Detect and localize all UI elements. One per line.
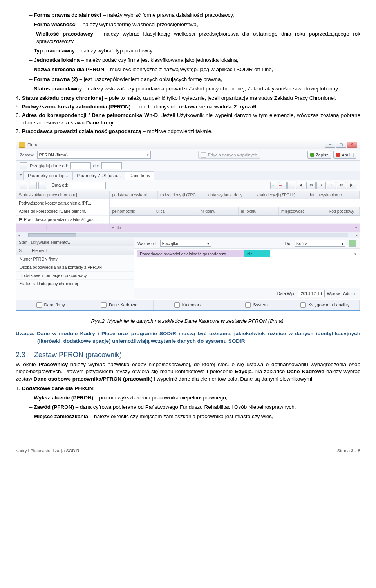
figure-caption: Rys.2 Wypełnienie danych na zakładce Dan… (16, 318, 360, 325)
bullet-forma-prawna: Forma prawna działalności – należy wybra… (29, 12, 360, 19)
uwaga-warning: Uwaga: Dane w module Kadry i Płace oraz … (16, 330, 360, 344)
bullet-list-top: Forma prawna działalności – należy wybra… (16, 12, 360, 92)
col-rodzaj[interactable]: rodzaj decyzji (ZPC... (158, 191, 206, 199)
toolbar-icon-3[interactable] (38, 182, 46, 189)
toolbar-zestaw: Zestaw: PFRON (firma) ▾ Edycja danych ws… (16, 149, 360, 161)
nav-last[interactable]: ▶ (347, 182, 356, 189)
tab-parametry-zus[interactable]: Parametry ZUS (usta... (72, 171, 125, 180)
chevron-down-icon: ▾ (207, 241, 209, 246)
do-dropdown[interactable]: Końca▾ (295, 240, 345, 247)
maximize-button[interactable]: ▢ (336, 142, 346, 148)
tab-scroll-left[interactable]: ▸ (19, 171, 24, 180)
zestaw-dropdown[interactable]: PFRON (firma) ▾ (37, 151, 151, 159)
col-znak[interactable]: znak decyzji (ZPCHr) (254, 191, 306, 199)
check-icon (310, 153, 314, 157)
bullet-forma-wlasnosci: Forma własności – należy wybrać formę wł… (29, 21, 360, 28)
btab-danekadrowe[interactable]: Dane Kadrowe (85, 300, 154, 310)
calendar-icon (174, 302, 180, 308)
col-s[interactable]: S (16, 246, 29, 254)
row-purple-right[interactable]: ▾ nie ▾ (110, 224, 360, 232)
grid-body: Podwyższone koszty zatrudnienia (PF... A… (16, 199, 360, 232)
col-pelnomocnik[interactable]: pełnomocnik (110, 207, 154, 215)
col-nrdomu[interactable]: nr domu (198, 207, 239, 215)
wazneod-dropdown[interactable]: Początku▾ (160, 240, 211, 247)
zapisz-button[interactable]: Zapisz (307, 151, 331, 159)
section-body: W oknie Pracownicy należy wybrać nazwisk… (16, 361, 360, 383)
tool-icon[interactable] (20, 162, 27, 169)
lower-split: Stan - ukrywanie elementów S Element Num… (16, 238, 360, 300)
app-window-firma: Firma ─ ▢ ✕ Zestaw: PFRON (firma) ▾ Edyc… (16, 140, 360, 311)
add-icon[interactable]: ＋ (270, 182, 278, 189)
btab-system[interactable]: System (222, 300, 291, 310)
lower-right-panel: Ważne od: Początku▾ Do: Końca▾ Pracodawc… (134, 238, 360, 300)
col-miejscowosc[interactable]: miejscowość (279, 207, 327, 215)
nav-prev[interactable]: ‹ (316, 182, 326, 189)
chevron-down-icon[interactable]: ▾ (354, 252, 356, 256)
row-purple-left[interactable] (16, 224, 109, 232)
col-datauzy[interactable]: data uzyskania/utr... (306, 191, 360, 199)
left-item-osoba[interactable]: Osoba odpowiedzialna za kontakty z PFRON (16, 263, 134, 272)
nav-next[interactable]: › (327, 182, 336, 189)
row-podwyzszone[interactable]: Podwyższone koszty zatrudnienia (PF... (16, 199, 109, 207)
highlight-label: Pracodawca prowadzi działalność gospodar… (137, 250, 244, 257)
col-ulica[interactable]: ulica (154, 207, 198, 215)
bottom-tabs: Dane firmy Dane Kadrowe Kalendarz System… (16, 300, 360, 310)
scrollbar-horizontal[interactable]: ◂ ▸ (16, 232, 360, 238)
date-from-input[interactable] (70, 162, 91, 169)
col-element[interactable]: Element (29, 246, 134, 254)
row-pracodawca[interactable]: ⊟Pracodawca prowadzi działalność gos... (16, 216, 109, 224)
item-5: 5.Podwyższone koszty zatrudnienia (PFRON… (16, 103, 360, 110)
nav-prevfast[interactable]: ≪ (306, 182, 316, 189)
bullet-zawod: Zawód (PFRON) – dana cyfrowa pobierana o… (29, 404, 360, 411)
chevron-down-icon: ▾ (112, 225, 114, 230)
wprow-label: Wprow: (327, 291, 341, 296)
btab-danefirmy[interactable]: Dane firmy (16, 300, 85, 310)
col-datawyd[interactable]: data wydania decy... (206, 191, 254, 199)
toolbar-icon-1[interactable] (20, 182, 27, 189)
dataod-input[interactable] (70, 182, 106, 189)
globe-icon[interactable] (349, 240, 356, 247)
col-kod[interactable]: kod pocztowy (327, 207, 360, 215)
dataod-label: Data od: (52, 182, 68, 188)
tab-dane-firmy[interactable]: Dane firmy (125, 171, 154, 180)
bullet-typ: Typ pracodawcy – należy wybrać typ praco… (29, 47, 360, 54)
col-podstawa[interactable]: podstawa uzyskani... (110, 191, 158, 199)
date-to-input[interactable] (101, 162, 122, 169)
btab-kalendarz[interactable]: Kalendarz (154, 300, 222, 310)
wazneod-label: Ważne od: (137, 241, 157, 246)
zestaw-value: PFRON (firma) (39, 152, 68, 158)
toolbar-icon-2[interactable] (29, 182, 37, 189)
nav-first[interactable]: ◀ (296, 182, 306, 189)
zestaw-label: Zestaw: (20, 152, 35, 158)
cancel-icon (336, 153, 340, 157)
scrollbar-thumb[interactable] (28, 233, 76, 237)
highlight-value[interactable]: nie (244, 250, 270, 257)
chevron-down-icon: ▾ (355, 225, 357, 230)
remove-icon[interactable]: – (279, 182, 287, 189)
window-title: Firma (27, 142, 323, 148)
chart-icon (300, 302, 306, 308)
bullet-wyksztalcenie: Wykształcenie (PFRON) – poziom wykształc… (29, 394, 360, 401)
item-1-dodatkowe: 1.Dodatkowe dane dla PFRON: (16, 385, 360, 392)
left-item-numer[interactable]: Numer PFRON firmy (16, 255, 134, 263)
col-nrlokalu[interactable]: nr lokalu (239, 207, 279, 215)
calendar-icon[interactable] (287, 182, 295, 189)
stan-header: Stan - ukrywanie elementów (16, 238, 134, 246)
anuluj-button[interactable]: Anuluj (333, 151, 356, 159)
nav-nextfast[interactable]: ≫ (337, 182, 346, 189)
tab-parametry-urlop[interactable]: Parametry do urlop... (24, 171, 72, 180)
grid-header-3: pełnomocnik ulica nr domu nr lokalu miej… (110, 207, 360, 216)
close-button[interactable]: ✕ (347, 142, 357, 148)
btab-ksiegowania[interactable]: Księgowania i analizy (291, 300, 360, 310)
row-adres[interactable]: Adres do korespodecji/Dane pełnom... (16, 207, 109, 216)
edycja-wspolnych-button[interactable]: Edycja danych wspólnych (198, 151, 260, 159)
left-item-status[interactable]: Status zakładu pracy chronionej (16, 280, 134, 288)
minimize-button[interactable]: ─ (325, 142, 335, 148)
row-pracodawca-cells (110, 216, 360, 224)
bullet-jednostka: Jednostka lokalna – należy podać czy fir… (29, 57, 360, 64)
chevron-down-icon: ▾ (147, 153, 149, 157)
left-item-dodatkowe[interactable]: Dodatkowe informacje o pracodawcy (16, 272, 134, 280)
col-status[interactable]: Status zakładu pracy chronionej (16, 191, 110, 199)
row-podwyzszone-cells (110, 199, 360, 207)
minus-icon: ⊟ (19, 217, 22, 222)
